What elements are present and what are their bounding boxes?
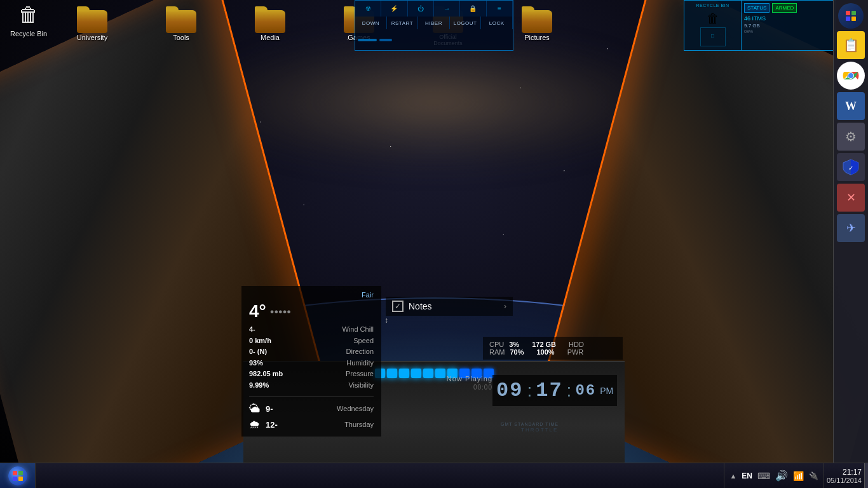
sys-hdd-item: HDD [569, 341, 584, 348]
weather-wind-chill-label: Wind Chill [342, 324, 374, 336]
folder-tools[interactable]: Tools [159, 6, 203, 46]
recycle-hud-section: RECYCLE BIN 🗑 □ [684, 1, 742, 50]
weather-forecast-wednesday: 🌥 9- Wednesday [249, 402, 374, 416]
folder-media[interactable]: Media [248, 6, 292, 46]
sidebar-sticky-notes-icon[interactable]: 📋 [837, 31, 865, 59]
show-desktop-button[interactable] [864, 463, 868, 488]
clock-sep2: : [567, 381, 572, 401]
windows-orb [8, 466, 27, 485]
sidebar-app-compass[interactable]: ✈ [837, 214, 865, 242]
weather-visibility-row: 9.99% Visibility [249, 380, 374, 391]
windows-logo-icon [846, 11, 856, 21]
hud-btn-arrow[interactable]: → [434, 1, 460, 17]
notes-checkbox-icon: ✓ [392, 301, 403, 312]
weather-wind-chill-row: 4- Wind Chill [249, 324, 374, 336]
hud-btn-hiber[interactable]: HIBER [418, 17, 450, 29]
sidebar-app-cross[interactable]: ✕ [837, 184, 865, 212]
wed-temp: 9- [266, 404, 273, 414]
folder-pictures-label: Pictures [524, 34, 550, 41]
tray-time: 21:17 [843, 468, 862, 477]
tray-up-arrow[interactable]: ▲ [729, 472, 736, 480]
sys-pwr-item: PWR [567, 348, 584, 356]
folder-pictures[interactable]: Pictures [515, 6, 559, 46]
notes-label: Notes [409, 301, 432, 311]
sidebar-settings-icon[interactable]: ⚙ [837, 123, 865, 151]
sys-ram-item: RAM 70% [489, 348, 524, 356]
keyboard-icon: ⌨ [757, 471, 770, 481]
status-hud-top-row: STATUS ARMED [744, 3, 833, 13]
thu-day: Thursday [283, 421, 374, 428]
clock-ampm-area: PM [600, 386, 613, 396]
weather-speed-row: 0 km/h Speed [249, 336, 374, 347]
thu-weather-icon: 🌧 [249, 418, 261, 431]
hud-btn-rstart[interactable]: RSTART [387, 17, 419, 29]
start-button[interactable] [0, 463, 36, 489]
hud-btn-logout[interactable]: LOGOUT [450, 17, 482, 29]
weather-direction-value: 0- (N) [249, 346, 267, 358]
sys-cpu-item: CPU 3% [489, 341, 519, 348]
system-hud-panel: RECYCLE BIN 🗑 □ STATUS ARMED 46 ITMS 9.7… [684, 0, 836, 51]
clock-minutes: 17 [536, 379, 562, 402]
hud-btn-down[interactable]: DOWN [355, 17, 387, 29]
weather-direction-label: Direction [346, 346, 374, 358]
weather-visibility-value: 9.99% [249, 380, 269, 391]
folder-university-label: University [77, 34, 107, 41]
svg-point-3 [848, 73, 853, 78]
sys-cpu-ram-row: CPU 3% 172 GB HDD [489, 341, 616, 348]
weather-humidity-value: 93% [249, 358, 263, 369]
recycle-bin-icon[interactable]: 🗑 Recycle Bin [6, 3, 51, 37]
hud-btn-flash[interactable]: ⚡ [381, 1, 407, 17]
cpu-value: 3% [509, 341, 519, 348]
clock-widget: 09 : 17 : 06 PM [492, 375, 617, 406]
system-clock-tray[interactable]: 21:17 05/11/2014 [824, 463, 864, 488]
clock-hours: 09 [496, 379, 523, 402]
weather-speed-label: Speed [353, 336, 374, 347]
volume-icon[interactable]: 🔊 [775, 470, 788, 482]
folder-media-label: Media [261, 34, 280, 41]
desktop-background: 🗑 Recycle Bin University Tools Media [0, 0, 868, 488]
folder-pictures-icon [522, 6, 552, 32]
recycle-hud-content: 🗑 □ [700, 9, 726, 49]
hud-text-buttons-row: DOWN RSTART HIBER LOGOUT LOCK [355, 17, 513, 29]
quick-launch-sidebar: 📋 W ⚙ ✓ ✕ ✈ [833, 0, 868, 463]
weather-direction-row: 0- (N) Direction [249, 346, 374, 358]
status-box: STATUS [744, 3, 770, 13]
light-seg [399, 369, 409, 378]
battery-icon: 🔌 [809, 471, 818, 480]
hud-btn-lock[interactable]: 🔒 [460, 1, 486, 17]
system-info-widget: CPU 3% 172 GB HDD RAM 70% 100% PWR [483, 337, 623, 360]
weather-humidity-label: Humidity [346, 358, 374, 369]
sidebar-word-icon[interactable]: W [837, 92, 865, 120]
sidebar-chrome-icon[interactable] [837, 62, 865, 90]
recycle-bin-label: Recycle Bin [10, 30, 47, 37]
svg-text:✓: ✓ [848, 165, 853, 172]
sys-ram-hdd-row: RAM 70% 100% PWR [489, 348, 616, 356]
folder-university[interactable]: University [70, 6, 114, 46]
hud-size: 9.7 GB [744, 23, 833, 29]
ram-value: 70% [510, 348, 524, 356]
weather-temp: 4° [249, 301, 266, 322]
weather-speed-value: 0 km/h [249, 336, 271, 347]
hud-btn-lock2[interactable]: LOCK [481, 17, 513, 29]
hdd-pct-value: 100% [536, 348, 554, 356]
notes-widget[interactable]: ✓ Notes › [386, 297, 513, 316]
thu-temp: 12- [266, 420, 278, 430]
sidebar-windows-logo[interactable] [838, 3, 864, 29]
wed-weather-icon: 🌥 [249, 402, 261, 416]
network-icon[interactable]: 📶 [793, 471, 804, 481]
ram-label: RAM [489, 348, 505, 356]
light-seg [387, 369, 397, 378]
hud-btn-power[interactable]: ⏻ [408, 1, 434, 17]
sidebar-uac-icon[interactable]: ✓ [837, 153, 865, 181]
play-time: 00:00 [416, 384, 492, 391]
hud-btn-menu[interactable]: ≡ [487, 1, 513, 17]
sys-storage-item: 172 GB [532, 341, 556, 348]
hud-items-count: 46 ITMS [744, 15, 833, 22]
taskbar: ▲ EN ⌨ 🔊 📶 🔌 21:17 05/11/2014 [0, 463, 868, 488]
storage-value: 172 GB [532, 341, 556, 348]
hud-btn-radiation[interactable]: ☢ [355, 1, 381, 17]
folder-university-icon [77, 6, 107, 32]
weather-forecast-thursday: 🌧 12- Thursday [249, 418, 374, 431]
weather-pressure-value: 982.05 mb [249, 369, 283, 380]
now-playing-label: Now Playing [416, 375, 492, 383]
